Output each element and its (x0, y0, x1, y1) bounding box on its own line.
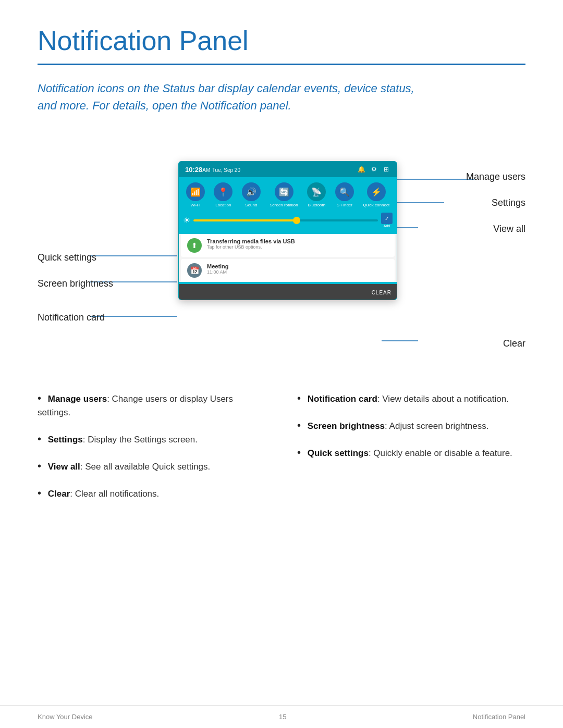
bullet-quick-settings: Quick settings: Quickly enable or disabl… (297, 445, 525, 460)
rotation-icon: 🔄 (275, 182, 293, 201)
bullet-notification-card: Notification card: View details about a … (297, 390, 525, 406)
brightness-fill (193, 219, 295, 221)
qs-sound: 🔊 Sound (242, 182, 261, 207)
diagram-area: Manage users Settings View all Clear Qui… (38, 140, 525, 359)
location-icon: 📍 (214, 182, 232, 201)
label-quick-settings: Quick settings (38, 252, 96, 263)
brightness-icon: ☀ (183, 215, 190, 225)
subtitle: Notification icons on the Status bar dis… (38, 80, 434, 114)
quick-connect-icon: ⚡ (367, 182, 386, 201)
label-view-all: View all (493, 224, 525, 235)
brightness-thumb (293, 217, 300, 224)
bullet-clear: Clear: Clear all notifications. (38, 485, 266, 501)
notification-area: ⬆ Transferring media files via USB Tap f… (179, 234, 397, 282)
usb-icon: ⬆ (187, 238, 202, 253)
status-time: 10:28AM (185, 166, 212, 174)
title-divider (38, 64, 525, 65)
bullet-section: Manage users: Change users or display Us… (38, 390, 525, 512)
status-bar: 10:28AM Tue, Sep 20 🔔 ⚙ ⊞ (179, 162, 397, 177)
footer: Know Your Device 15 Notification Panel (0, 705, 563, 728)
status-date: Tue, Sep 20 (212, 167, 240, 173)
label-settings: Settings (492, 198, 525, 208)
notification-bell-icon: 🔔 (357, 165, 365, 174)
status-icons: 🔔 ⚙ ⊞ (357, 165, 390, 174)
footer-page-number: 15 (279, 713, 286, 721)
qs-sfinder: 🔍 S Finder (335, 182, 354, 207)
bullet-manage-users: Manage users: Change users or display Us… (38, 390, 266, 419)
bluetooth-icon: 📡 (307, 182, 326, 201)
grid-icon: ⊞ (382, 165, 390, 174)
label-screen-brightness: Screen brightness (38, 278, 113, 289)
status-left: 10:28AM Tue, Sep 20 (185, 165, 240, 174)
qs-quick-connect: ⚡ Quick connect (363, 182, 389, 207)
bullet-screen-brightness: Screen brightness: Adjust screen brightn… (297, 417, 525, 433)
qs-bluetooth: 📡 Bluetooth (307, 182, 326, 207)
bullet-col-right: Notification card: View details about a … (297, 390, 525, 512)
label-notification-card: Notification card (38, 312, 105, 323)
brightness-bar (193, 219, 378, 221)
bullet-col-left: Manage users: Change users or display Us… (38, 390, 266, 512)
brightness-row: ☀ ✓ Add (179, 211, 397, 232)
meeting-notif-text: Meeting 11:00 AM (207, 263, 229, 275)
qs-screen-rotation: 🔄 Screen rotation (270, 182, 298, 207)
page-title: Notification Panel (38, 25, 525, 56)
clear-bar: CLEAR (179, 284, 397, 300)
quick-settings-row: 📶 Wi-Fi 📍 Location 🔊 Sound 🔄 Screen rota… (179, 177, 397, 211)
settings-gear-icon: ⚙ (370, 165, 378, 174)
bullet-view-all: View all: See all available Quick settin… (38, 458, 266, 474)
footer-right: Notification Panel (473, 713, 525, 721)
phone-mockup: 10:28AM Tue, Sep 20 🔔 ⚙ ⊞ 📶 Wi-Fi 📍 Loca… (178, 161, 397, 300)
bullet-settings: Settings: Display the Settings screen. (38, 431, 266, 447)
meeting-notification-card[interactable]: 📅 Meeting 11:00 AM (181, 259, 395, 282)
label-clear: Clear (503, 338, 525, 349)
brightness-add-button[interactable]: ✓ (381, 213, 393, 224)
clear-button[interactable]: CLEAR (372, 290, 391, 295)
qs-location: 📍 Location (214, 182, 232, 207)
wifi-icon: 📶 (186, 182, 205, 201)
usb-notification-card[interactable]: ⬆ Transferring media files via USB Tap f… (181, 234, 395, 257)
usb-notif-text: Transferring media files via USB Tap for… (207, 238, 295, 250)
sound-icon: 🔊 (242, 182, 261, 201)
sfinder-icon: 🔍 (335, 182, 354, 201)
label-manage-users: Manage users (466, 171, 525, 182)
footer-left: Know Your Device (38, 713, 93, 721)
calendar-icon: 📅 (187, 263, 202, 278)
qs-wifi: 📶 Wi-Fi (186, 182, 205, 207)
